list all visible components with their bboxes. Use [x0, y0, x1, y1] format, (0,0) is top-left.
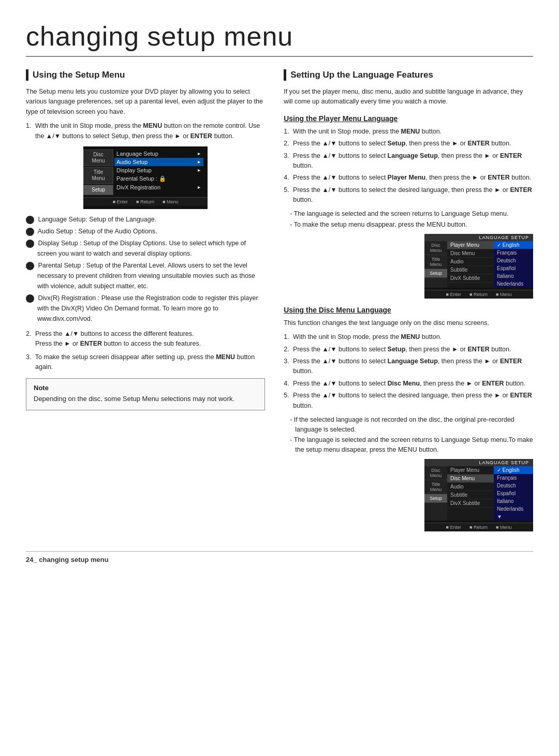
disc-menu-steps: 1. With the unit in Stop mode, press the…	[284, 332, 533, 411]
disc-step-2: 2. Press the ▲/▼ buttons to select Setup…	[284, 345, 533, 354]
player-dash-1: The language is selected and the screen …	[284, 209, 533, 219]
step-item: 1. With the unit in Stop mode, press the…	[26, 121, 265, 141]
disc-step-3: 3. Press the ▲/▼ buttons to select Langu…	[284, 357, 533, 377]
disc-step-5: 5. Press the ▲/▼ buttons to select the d…	[284, 391, 533, 411]
page-title: changing setup menu	[26, 21, 533, 57]
menu-item-language: Language Setup►	[114, 150, 203, 158]
lang-menu-bar-1: ■ Enter ■ Return ■ Menu	[424, 290, 533, 299]
lang-menu-screenshot-1: LANGUAGE SETUP Disc Menu Title Menu Setu…	[424, 234, 533, 299]
disc-step-1: 1. With the unit in Stop mode, press the…	[284, 332, 533, 342]
menu-content: Language Setup► Audio Setup► Display Set…	[110, 150, 208, 195]
menu-item-audio: Audio Setup►	[114, 158, 203, 166]
player-step-4: 4. Press the ▲/▼ buttons to select Playe…	[284, 173, 533, 183]
sidebar-disc-menu: Disc Menu	[83, 150, 113, 166]
right-intro: If you set the player menu, disc menu, a…	[284, 87, 533, 107]
player-step-3: 3. Press the ▲/▼ buttons to select Langu…	[284, 151, 533, 171]
page-footer: 24_ changing setup menu	[26, 551, 533, 564]
note-text: Depending on the disc, some Setup Menu s…	[34, 394, 257, 404]
left-section-title: Using the Setup Menu	[26, 69, 265, 81]
player-dash-2: To make the setup menu disappear, press …	[284, 220, 533, 230]
disc-dash-2: The language is selected and the screen …	[284, 435, 533, 455]
player-step-5: 5. Press the ▲/▼ buttons to select the d…	[284, 185, 533, 205]
step-2: 2. Press the ▲/▼ buttons to access the d…	[26, 329, 265, 349]
disc-step-4: 4. Press the ▲/▼ buttons to select Disc …	[284, 379, 533, 389]
disc-menu-intro: This function changes the text language …	[284, 318, 533, 328]
bullet-item-4: 4 Parental Setup : Setup of the Parental…	[26, 260, 265, 291]
player-step-2: 2. Press the ▲/▼ buttons to select Setup…	[284, 139, 533, 149]
note-title: Note	[34, 384, 257, 392]
menu-item-divx: DivX Registration►	[114, 183, 203, 191]
menu-screenshot-1: Disc Menu Title Menu Setup Language Setu…	[83, 146, 208, 209]
right-section-title: Setting Up the Language Features	[284, 69, 533, 81]
left-steps: 1. With the unit in Stop mode, press the…	[26, 121, 265, 141]
step-3: 3. To make the setup screen disappear af…	[26, 352, 265, 373]
menu-item-display: Display Setup►	[114, 166, 203, 174]
sidebar-setup: Setup	[83, 185, 113, 195]
disc-dash-1: If the selected language is not recorded…	[284, 415, 533, 435]
menu-bar-1: ■ Enter ■ Return ■ Menu	[83, 197, 208, 206]
player-menu-title: Using the Player Menu Language	[284, 114, 533, 123]
bullet-list: 1 Language Setup: Setup of the Language.…	[26, 214, 265, 324]
lang-menu-bar-2: ■ Enter ■ Return ■ Menu	[424, 523, 533, 531]
left-intro: The Setup menu lets you customize your D…	[26, 87, 265, 117]
sidebar-title-menu: Title Menu	[83, 167, 113, 184]
menu-item-parental: Parental Setup : 🔒	[114, 174, 203, 183]
left-column: Using the Setup Menu The Setup menu lets…	[26, 69, 265, 536]
player-menu-steps: 1. With the unit in Stop mode, press the…	[284, 127, 533, 205]
disc-menu-title: Using the Disc Menu Language	[284, 306, 533, 314]
bullet-item-5: 5 Divx(R) Registration : Please use the …	[26, 293, 265, 324]
note-box: Note Depending on the disc, some Setup M…	[26, 378, 265, 410]
bullet-item-3: 3 Display Setup : Setup of the Display O…	[26, 238, 265, 259]
bullet-item-2: 2 Audio Setup : Setup of the Audio Optio…	[26, 226, 265, 236]
bullet-item-1: 1 Language Setup: Setup of the Language.	[26, 214, 265, 225]
lang-menu-screenshot-2: LANGUAGE SETUP Disc Menu Title Menu Setu…	[424, 459, 533, 531]
right-column: Setting Up the Language Features If you …	[284, 69, 533, 536]
player-step-1: 1. With the unit in Stop mode, press the…	[284, 127, 533, 137]
left-steps-2: 2. Press the ▲/▼ buttons to access the d…	[26, 329, 265, 373]
